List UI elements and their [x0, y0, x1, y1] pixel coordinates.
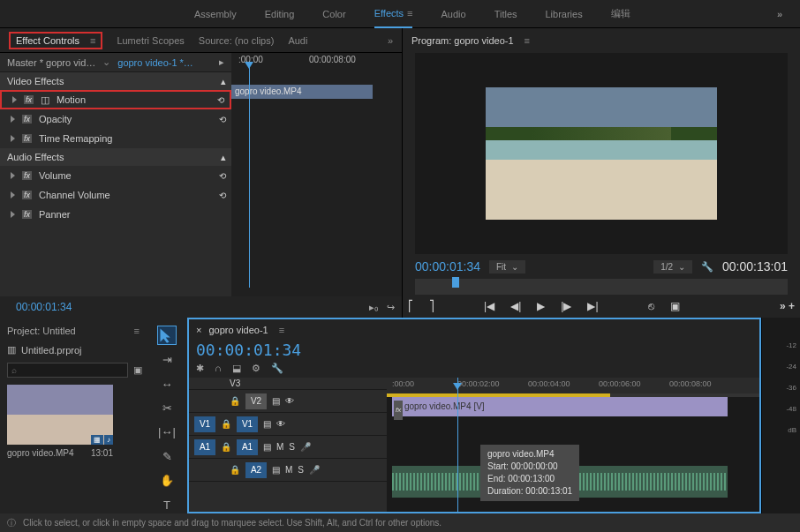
timeline-canvas[interactable]: :00:00 00:00:02:00 00:00:04:00 00:00:06:… — [387, 378, 759, 512]
track-a2-target[interactable]: A2 — [245, 462, 267, 478]
go-to-out-icon[interactable]: ▶| — [587, 300, 598, 312]
voiceover-icon[interactable]: 🎤 — [300, 442, 311, 452]
program-canvas[interactable] — [415, 53, 788, 254]
timeline-ruler[interactable]: :00:00 00:00:02:00 00:00:04:00 00:00:06:… — [387, 378, 759, 397]
track-v1-source[interactable]: V1 — [194, 416, 215, 432]
lock-icon[interactable]: 🔒 — [221, 442, 231, 452]
eye-icon[interactable]: 👁 — [285, 396, 294, 406]
program-scrubber[interactable] — [415, 279, 788, 295]
marker-icon[interactable]: ⬓ — [232, 363, 241, 374]
source-tab[interactable]: Source: (no clips) — [199, 35, 275, 46]
mute-button[interactable]: M — [285, 465, 292, 475]
ec-current-time[interactable]: 00:00:01:34 — [7, 296, 80, 318]
track-v3[interactable]: V3 — [189, 378, 387, 390]
toggle-output-icon[interactable]: ▤ — [263, 419, 271, 429]
toggle-output-icon[interactable]: ▤ — [272, 465, 280, 475]
track-a1[interactable]: A1 🔒 A1 ▤ M S 🎤 — [189, 436, 387, 459]
hamburger-icon[interactable] — [131, 326, 140, 336]
workspace-libraries[interactable]: Libraries — [546, 0, 583, 28]
filter-icon[interactable]: ▣ — [133, 364, 142, 376]
toggle-output-icon[interactable]: ▤ — [263, 442, 271, 452]
panner-effect[interactable]: fx Panner — [0, 205, 231, 224]
reset-button[interactable]: ⟲ — [219, 115, 226, 124]
project-file-row[interactable]: ▥ Untitled.prproj — [7, 341, 140, 359]
toggle-output-icon[interactable]: ▤ — [272, 396, 280, 406]
workspace-color[interactable]: Color — [322, 0, 345, 28]
solo-button[interactable]: S — [298, 465, 304, 475]
mute-button[interactable]: M — [276, 442, 283, 452]
audio-effects-category[interactable]: Audio Effects ▴ — [0, 148, 231, 166]
track-a1-target[interactable]: A1 — [237, 439, 258, 455]
linked-selection-icon[interactable]: ∩ — [215, 363, 222, 374]
lumetri-scopes-tab[interactable]: Lumetri Scopes — [117, 35, 184, 46]
ec-playhead[interactable] — [249, 67, 250, 288]
timeline-timecode[interactable]: 00:00:01:34 — [189, 341, 759, 359]
track-v1[interactable]: V1 🔒 V1 ▤ 👁 — [189, 413, 387, 436]
workspace-editing[interactable]: Editing — [265, 0, 295, 28]
hand-tool[interactable]: ✋ — [158, 472, 176, 489]
track-a2[interactable]: 🔒 A2 ▤ M S 🎤 — [189, 459, 387, 482]
effect-controls-tab[interactable]: Effect Controls — [9, 32, 102, 49]
play-icon[interactable]: ▶ — [537, 300, 545, 312]
workspace-effects[interactable]: Effects — [374, 0, 413, 28]
loop-icon[interactable]: ↪ — [387, 302, 395, 313]
clip-thumbnail[interactable]: ▦♪ — [7, 385, 113, 445]
workspace-assembly[interactable]: Assembly — [194, 0, 237, 28]
selection-tool[interactable] — [158, 326, 176, 344]
workspace-audio[interactable]: Audio — [441, 0, 465, 28]
ec-clip-bar[interactable]: gopro video.MP4 — [231, 85, 373, 99]
motion-effect[interactable]: fx ◫ Motion ⟲ — [0, 90, 231, 109]
reset-button[interactable]: ⟲ — [217, 95, 224, 105]
play-only-icon[interactable]: ▸₀ — [369, 302, 378, 313]
clip-name[interactable]: gopro video.MP4 — [7, 448, 74, 458]
pen-tool[interactable]: ✎ — [158, 448, 176, 465]
more-tabs-icon[interactable]: » — [388, 35, 393, 46]
solo-button[interactable]: S — [289, 442, 295, 452]
master-clip-row[interactable]: Master * gopro vid… ⌄ gopro video-1 *… ▸ — [0, 53, 231, 72]
wrench-icon[interactable]: 🔧 — [701, 261, 713, 273]
audio-tab[interactable]: Audi — [288, 35, 307, 46]
expand-icon[interactable] — [11, 211, 15, 218]
reset-button[interactable]: ⟲ — [219, 191, 226, 200]
lock-icon[interactable]: 🔒 — [230, 396, 240, 406]
expand-icon[interactable] — [11, 191, 15, 199]
track-a1-source[interactable]: A1 — [194, 439, 215, 455]
ripple-edit-tool[interactable]: ↔ — [158, 375, 176, 392]
audio-meters[interactable]: -12 -24 -36 -48 dB — [761, 318, 800, 513]
expand-icon[interactable] — [11, 135, 15, 142]
lock-icon[interactable]: 🔒 — [221, 419, 231, 429]
slip-tool[interactable]: |↔| — [158, 423, 176, 440]
effect-controls-timeline[interactable]: :00:00 00:00:08:00 gopro video.MP4 — [231, 53, 402, 296]
track-v2[interactable]: 🔒 V2 ▤ 👁 — [189, 390, 387, 413]
lock-icon[interactable]: 🔒 — [230, 465, 240, 475]
hamburger-icon[interactable] — [275, 325, 284, 335]
track-v1-target[interactable]: V1 — [237, 416, 258, 432]
project-title[interactable]: Project: Untitled — [7, 326, 76, 336]
mark-out-icon[interactable]: ⎤ — [429, 300, 434, 312]
resolution-dropdown[interactable]: 1/2 ⌄ — [653, 260, 692, 273]
workspace-titles[interactable]: Titles — [494, 0, 517, 28]
track-select-forward-tool[interactable]: ⇥ — [158, 351, 176, 368]
go-to-in-icon[interactable]: |◀ — [484, 300, 494, 312]
timeline-video-clip[interactable]: gopro video.MP4 [V] — [392, 397, 728, 416]
fit-dropdown[interactable]: Fit ⌄ — [489, 260, 525, 273]
expand-icon[interactable] — [11, 116, 15, 123]
time-remapping-effect[interactable]: fx Time Remapping — [0, 129, 231, 148]
project-search-input[interactable] — [7, 363, 128, 378]
lift-icon[interactable]: ⎋ — [648, 300, 654, 312]
settings-icon[interactable]: ⚙ — [252, 363, 260, 374]
volume-effect[interactable]: fx Volume ⟲ — [0, 166, 231, 185]
sequence-link[interactable]: gopro video-1 *… — [117, 57, 193, 68]
razor-tool[interactable]: ✂ — [158, 400, 176, 416]
close-tab-icon[interactable]: × — [196, 325, 201, 335]
wrench-icon[interactable]: 🔧 — [271, 363, 283, 374]
expand-icon[interactable] — [11, 172, 15, 179]
type-tool[interactable]: T — [158, 497, 176, 513]
opacity-effect[interactable]: fx Opacity ⟲ — [0, 109, 231, 129]
snap-icon[interactable]: ✱ — [196, 363, 204, 374]
more-workspaces-icon[interactable]: » — [777, 9, 782, 19]
hamburger-icon[interactable] — [87, 35, 95, 46]
voiceover-icon[interactable]: 🎤 — [309, 465, 320, 475]
video-effects-category[interactable]: Video Effects ▴ — [0, 72, 231, 90]
eye-icon[interactable]: 👁 — [276, 419, 285, 429]
